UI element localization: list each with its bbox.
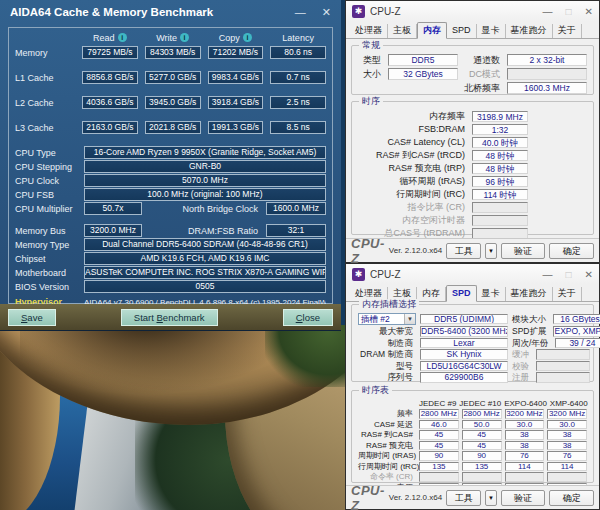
groupbox-caption: 时序表 (359, 385, 392, 396)
field-label: CAS# Latency (CL) (358, 136, 468, 148)
memory-type-field: DDR5 (388, 54, 458, 66)
table-cell (547, 472, 587, 482)
ok-button[interactable]: 确定 (549, 243, 594, 259)
tab-bench[interactable]: 基准跑分 (506, 287, 553, 301)
row-dram-manufacturer: DRAM 制造商 SK Hynix 缓冲 (358, 349, 587, 360)
row-serial-number: 序列号 629900B6 注册 (358, 372, 587, 383)
timing-value: 1:32 (472, 124, 528, 135)
save-button[interactable]: Save (8, 309, 56, 326)
info-value: 50.7x (84, 202, 142, 215)
maximize-icon: □ (566, 6, 572, 17)
close-icon[interactable]: ✕ (322, 0, 331, 24)
wallpaper-bush (265, 325, 345, 387)
minimize-icon[interactable]: — (295, 0, 306, 24)
minimize-icon[interactable]: — (543, 269, 553, 280)
tools-dropdown-icon[interactable]: ▼ (485, 490, 496, 506)
tab-graphics[interactable]: 显卡 (477, 287, 506, 301)
table-cell: 76 (547, 451, 587, 461)
table-cell: 3200 MHz (505, 409, 545, 419)
manufacturer-field: Lexar (420, 338, 508, 349)
timings-table-header: JEDEC #9 JEDEC #10 EXPO-6400 XMP-6400 (358, 399, 587, 408)
tab-cpu[interactable]: 处理器 (350, 24, 388, 38)
cpuz-memory-window: ✱ CPU-Z — □ ✕ 处理器 主板 内存 SPD 显卡 基准跑分 关于 常… (345, 0, 600, 263)
bench-col-copy: Copyi (208, 33, 264, 43)
info-label: CPU Multiplier (15, 204, 77, 214)
table-cell: 30.0 (505, 420, 545, 430)
info-value: GNR-B0 (84, 160, 326, 173)
close-icon[interactable]: ✕ (585, 269, 593, 280)
slot-select-combo[interactable]: 插槽 #2 ▼ (358, 313, 416, 325)
field-label: RAS# 到CAS# (tRCD) (358, 149, 468, 161)
tab-spd[interactable]: SPD (447, 24, 477, 38)
cpuz-footer: CPU-Z Ver. 2.12.0.x64 工具 ▼ 验证 确定 (346, 485, 599, 509)
start-benchmark-button[interactable]: Start Benchmark (121, 309, 218, 326)
tab-memory[interactable]: 内存 (417, 287, 446, 301)
info-value: 1600.0 MHz (266, 202, 326, 215)
general-groupbox: 常规 类型 DDR5 通道数 2 x 32-bit 大小 32 GBytes D… (351, 45, 594, 95)
wallpaper-arch-shadow (20, 325, 300, 395)
tab-about[interactable]: 关于 (553, 24, 582, 38)
max-bandwidth-field: DDR5-6400 (3200 MHz) (420, 326, 508, 337)
tab-mainboard[interactable]: 主板 (388, 24, 417, 38)
info-value: 3200.0 MHz (84, 224, 142, 237)
cpuz-version: Ver. 2.12.0.x64 (389, 246, 442, 255)
bench-col-write: Writei (145, 33, 201, 43)
slot-combo-value: 插槽 #2 (359, 314, 404, 324)
tab-about[interactable]: 关于 (553, 287, 582, 301)
info-label: Chipset (15, 254, 77, 264)
table-row-trcd: RAS# 到CAS# 45 45 38 38 (358, 430, 587, 440)
field-label: 指令比率 (CR) (358, 201, 468, 213)
timing-value: 40.0 时钟 (472, 137, 528, 148)
close-button[interactable]: Close (283, 309, 333, 326)
table-cell: 50.0 (462, 420, 502, 430)
module-type-field: DDR5 (UDIMM) (420, 314, 508, 325)
field-label: 缓冲 (512, 349, 532, 359)
table-cell: 38 (505, 430, 545, 440)
validate-button[interactable]: 验证 (501, 490, 546, 506)
bench-value: 9983.4 GB/s (208, 71, 264, 84)
bench-value: 79725 MB/s (82, 46, 138, 59)
tools-button[interactable]: 工具 (446, 490, 481, 506)
field-label: DC模式 (462, 68, 503, 80)
close-icon[interactable]: ✕ (585, 6, 593, 17)
info-label: Motherboard (15, 268, 77, 278)
aida64-titlebar: AIDA64 Cache & Memory Benchmark — ✕ (0, 0, 341, 24)
field-label: 内存频率 (358, 110, 468, 122)
table-row-label: 命令率 (CR) (358, 472, 416, 482)
table-cell: 2800 MHz (462, 409, 502, 419)
tab-bench[interactable]: 基准跑分 (506, 24, 553, 38)
field-label: SPD扩展 (512, 326, 549, 336)
chevron-down-icon[interactable]: ▼ (404, 314, 415, 324)
field-label: 注册 (512, 372, 532, 382)
tab-spd[interactable]: SPD (446, 285, 477, 302)
table-cell: 135 (462, 462, 502, 472)
module-size-field: 16 GBytes (553, 314, 600, 325)
bench-row-l3: L3 Cache 2163.0 GB/s 2021.8 GB/s 1991.3 … (15, 121, 326, 134)
info-value: 32:1 (266, 224, 326, 237)
tab-memory[interactable]: 内存 (417, 22, 447, 39)
bench-row-label: Memory (15, 48, 75, 58)
cpuz-titlebar: ✱ CPU-Z — □ ✕ (346, 264, 599, 284)
wallpaper-cliff-scene (0, 325, 345, 510)
tools-dropdown-icon[interactable]: ▼ (485, 243, 496, 259)
field-label: 内存空闲计时器 (358, 214, 468, 226)
tools-button[interactable]: 工具 (446, 243, 481, 259)
minimize-icon[interactable]: — (543, 6, 553, 17)
row-nb-frequency: 北桥频率 1600.3 MHz (358, 82, 587, 94)
field-label: 北桥频率 (462, 82, 503, 94)
table-cell: 90 (419, 451, 459, 461)
tab-graphics[interactable]: 显卡 (477, 24, 506, 38)
table-cell: 46.0 (419, 420, 459, 430)
validate-button[interactable]: 验证 (501, 243, 546, 259)
maximize-icon: □ (566, 269, 572, 280)
info-value: 5070.0 MHz (84, 174, 326, 187)
buffer-field (536, 349, 590, 360)
bench-row-label: L3 Cache (15, 123, 75, 133)
info-row-motherboard: Motherboard ASUSTeK COMPUTER INC. ROG ST… (15, 266, 326, 279)
field-label: RAS# 预充电 (tRP) (358, 162, 468, 174)
row-max-bandwidth: 最大带宽 DDR5-6400 (3200 MHz) SPD扩展 EXPO, XM… (358, 326, 587, 337)
registered-field (536, 372, 590, 383)
table-cell: 38 (547, 441, 587, 451)
cpuz-window-title: CPU-Z (370, 269, 530, 280)
ok-button[interactable]: 确定 (549, 490, 594, 506)
